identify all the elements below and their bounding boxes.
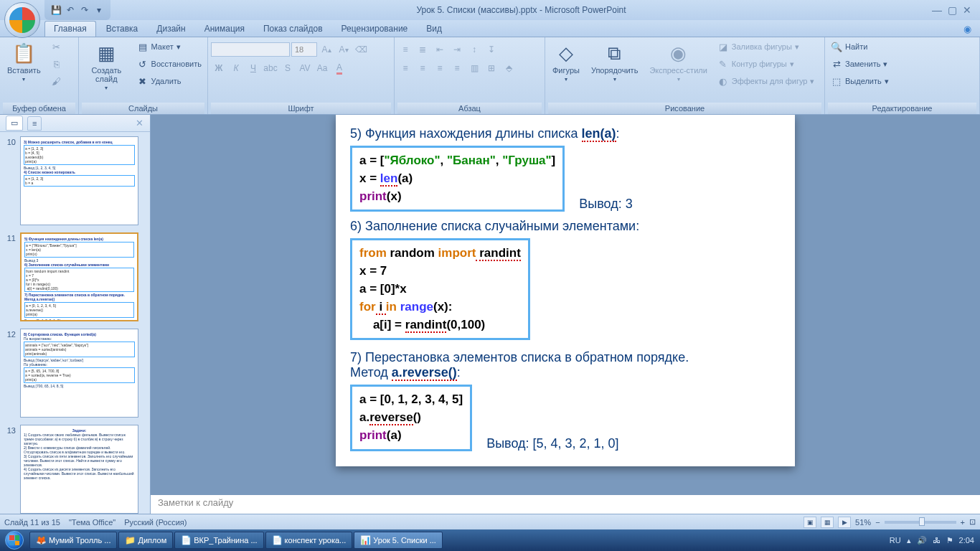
select-button[interactable]: ⬚Выделить ▾ xyxy=(828,73,892,89)
shape-effects-button[interactable]: ◐Эффекты для фигур ▾ xyxy=(715,73,818,89)
save-icon[interactable]: 💾 xyxy=(50,4,62,16)
zoom-in-button[interactable]: + xyxy=(961,518,965,527)
language-indicator[interactable]: Русский (Россия) xyxy=(124,518,187,527)
tray-lang[interactable]: RU xyxy=(890,536,901,545)
minimize-button[interactable]: — xyxy=(932,4,942,16)
shrink-font-button[interactable]: A▾ xyxy=(336,42,352,57)
smartart-button[interactable]: ⬘ xyxy=(501,60,517,76)
slide-thumb-13[interactable]: Задачи: 1) Создать список своих любимых … xyxy=(20,425,138,514)
office-button[interactable] xyxy=(4,2,40,38)
grow-font-button[interactable]: A▴ xyxy=(319,42,334,57)
group-slides-label: Слайды xyxy=(82,103,204,114)
strike-button[interactable]: abc xyxy=(263,60,278,76)
shape-outline-button[interactable]: ✎Контур фигуры ▾ xyxy=(715,56,818,72)
columns-button[interactable]: ▥ xyxy=(466,60,482,76)
paste-button[interactable]: 📋 Вставить ▾ xyxy=(3,39,45,85)
maximize-button[interactable]: ▢ xyxy=(948,4,957,16)
clear-format-button[interactable]: ⌫ xyxy=(353,42,369,57)
text-dir-button[interactable]: ↧ xyxy=(484,42,499,57)
font-color-button[interactable]: A xyxy=(331,60,347,76)
tab-home[interactable]: Главная xyxy=(44,21,96,37)
slide-thumb-11[interactable]: 5) Функция нахождения длины списка len(a… xyxy=(20,232,138,321)
notes-pane[interactable]: Заметки к слайду xyxy=(151,494,980,514)
italic-button[interactable]: К xyxy=(228,60,244,76)
flag-icon[interactable]: ⚑ xyxy=(946,536,953,545)
folder-icon: 📁 xyxy=(125,535,135,545)
zoom-slider[interactable] xyxy=(885,521,956,524)
align-center-button[interactable]: ≡ xyxy=(415,60,430,76)
redo-icon[interactable]: ↷ xyxy=(79,4,90,16)
case-button[interactable]: Aa xyxy=(314,60,330,76)
taskbar-item-folder[interactable]: 📁Диплом xyxy=(118,532,173,549)
slide-thumb-12[interactable]: 8) Сортировка списка. Функция sorted(a) … xyxy=(20,329,138,418)
taskbar-item-firefox[interactable]: 🦊Мумий Тролль ... xyxy=(29,532,117,549)
quick-styles-button[interactable]: ◉Экспресс-стили▾ xyxy=(645,39,711,85)
slide-thumb-10[interactable]: 3) Можно расширить список, добавив в его… xyxy=(20,136,138,225)
line-spacing-button[interactable]: ↕ xyxy=(466,42,482,57)
help-icon[interactable]: ◉ xyxy=(963,24,971,37)
replace-button[interactable]: ⇄Заменить ▾ xyxy=(828,56,892,72)
ribbon-tabs: Главная Вставка Дизайн Анимация Показ сл… xyxy=(0,20,980,37)
reset-button[interactable]: ↺Восстановить xyxy=(134,56,204,72)
bullets-button[interactable]: ≡ xyxy=(397,42,413,57)
numbering-button[interactable]: ≣ xyxy=(415,42,430,57)
volume-icon[interactable]: 🔊 xyxy=(917,536,927,545)
tab-review[interactable]: Рецензирование xyxy=(333,22,417,37)
shape-fill-button[interactable]: ◪Заливка фигуры ▾ xyxy=(715,39,818,55)
font-name-combo[interactable] xyxy=(211,42,290,57)
slideshow-view-button[interactable]: ▶ xyxy=(838,517,851,528)
normal-view-button[interactable]: ▣ xyxy=(804,517,816,528)
tab-animation[interactable]: Анимация xyxy=(196,22,253,37)
align-right-button[interactable]: ≡ xyxy=(432,60,448,76)
thumbnails-list[interactable]: 10 3) Можно расширить список, добавив в … xyxy=(0,132,150,514)
shapes-button[interactable]: ◇Фигуры▾ xyxy=(548,39,584,85)
copy-button[interactable]: ⎘ xyxy=(48,56,65,72)
slide-indicator: Слайд 11 из 15 xyxy=(4,518,60,527)
slide-content[interactable]: 5) Функция нахождения длины списка len(a… xyxy=(336,115,795,466)
tab-insert[interactable]: Вставка xyxy=(98,22,147,37)
tab-view[interactable]: Вид xyxy=(418,22,451,37)
copy-icon: ⎘ xyxy=(51,58,62,70)
taskbar-item-powerpoint[interactable]: 📊Урок 5. Списки ... xyxy=(354,532,443,549)
firefox-icon: 🦊 xyxy=(36,535,46,545)
sorter-view-button[interactable]: ▦ xyxy=(821,517,834,528)
slide-canvas[interactable]: 5) Функция нахождения длины списка len(a… xyxy=(151,115,980,494)
qat-dropdown-icon[interactable]: ▾ xyxy=(93,4,105,16)
taskbar-item-word2[interactable]: 📄конспект урока... xyxy=(265,532,353,549)
start-button[interactable] xyxy=(0,529,29,551)
align-text-button[interactable]: ⊞ xyxy=(484,60,499,76)
shadow-button[interactable]: S xyxy=(280,60,296,76)
clock[interactable]: 2:04 xyxy=(959,536,974,545)
find-button[interactable]: 🔍Найти xyxy=(828,39,892,55)
tab-design[interactable]: Дизайн xyxy=(148,22,194,37)
align-left-button[interactable]: ≡ xyxy=(397,60,413,76)
justify-button[interactable]: ≡ xyxy=(449,60,465,76)
slides-tab-icon[interactable]: ▭ xyxy=(6,116,23,131)
new-slide-button[interactable]: ▦ Создать слайд ▾ xyxy=(82,39,131,94)
layout-button[interactable]: ▤Макет ▾ xyxy=(134,39,204,55)
font-size-combo[interactable]: 18 xyxy=(291,42,317,57)
taskbar-item-word1[interactable]: 📄ВКР_Трайнина ... xyxy=(174,532,263,549)
close-button[interactable]: ✕ xyxy=(963,4,971,16)
spacing-button[interactable]: AV xyxy=(297,60,313,76)
indent-dec-button[interactable]: ⇤ xyxy=(432,42,448,57)
brush-icon: 🖌 xyxy=(51,75,62,87)
delete-button[interactable]: ✖Удалить xyxy=(134,73,204,89)
undo-icon[interactable]: ↶ xyxy=(65,4,76,16)
outline-tab-icon[interactable]: ≡ xyxy=(27,116,42,131)
zoom-level[interactable]: 51% xyxy=(855,518,871,527)
network-icon[interactable]: 🖧 xyxy=(933,536,941,545)
indent-inc-button[interactable]: ⇥ xyxy=(449,42,465,57)
powerpoint-icon: 📊 xyxy=(360,535,370,545)
format-painter-button[interactable]: 🖌 xyxy=(48,73,65,89)
panel-close-button[interactable]: ✕ xyxy=(134,118,144,128)
zoom-out-button[interactable]: − xyxy=(875,518,880,527)
group-para-label: Абзац xyxy=(397,103,542,114)
tab-slideshow[interactable]: Показ слайдов xyxy=(255,22,331,37)
cut-button[interactable]: ✂ xyxy=(48,39,65,55)
bold-button[interactable]: Ж xyxy=(211,60,227,76)
arrange-button[interactable]: ⧉Упорядочить▾ xyxy=(587,39,642,85)
underline-button[interactable]: Ч xyxy=(245,60,261,76)
fit-button[interactable]: ⊡ xyxy=(969,517,976,527)
tray-expand-icon[interactable]: ▴ xyxy=(907,536,911,545)
